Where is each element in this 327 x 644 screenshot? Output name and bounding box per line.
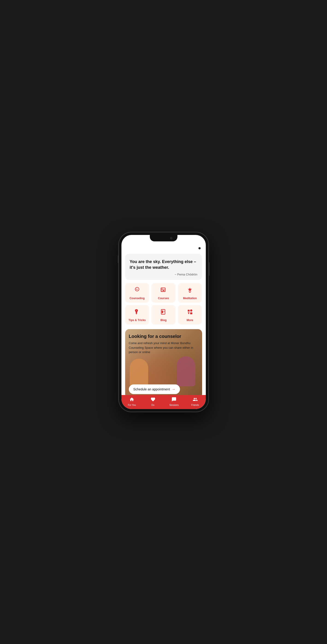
arrow-icon: → [172, 387, 175, 391]
nav-item-sessions[interactable]: Sessions [167, 397, 181, 406]
for-you-label: For You [128, 404, 136, 406]
camera [170, 237, 172, 239]
category-counseling[interactable]: ? Counseling [125, 283, 149, 303]
categories-grid: ? Counseling Courses [125, 283, 202, 324]
category-more[interactable]: More [178, 305, 202, 324]
meditation-icon [187, 287, 193, 295]
more-label: More [187, 318, 193, 322]
blog-icon [160, 309, 167, 317]
banner-content: Looking for a counselor Come and refresh… [125, 329, 202, 395]
banner-description: Come and refresh your mind at Moner Bond… [129, 341, 198, 354]
banner-title: Looking for a counselor [129, 334, 198, 339]
tips-label: Tips & Tricks [129, 318, 146, 322]
category-blog[interactable]: Blog [151, 305, 176, 324]
schedule-button[interactable]: Schedule an appointment → [129, 384, 180, 394]
sessions-label: Sessions [169, 404, 179, 406]
svg-marker-17 [188, 312, 190, 314]
category-meditation[interactable]: Meditation [178, 283, 202, 303]
svg-rect-9 [136, 314, 137, 314]
counseling-label: Counseling [130, 297, 145, 300]
nav-item-do[interactable]: Do [146, 397, 160, 406]
svg-point-16 [190, 310, 192, 312]
header: ● [121, 243, 206, 252]
screen-content[interactable]: ● You are the sky. Everything else – it'… [121, 235, 206, 395]
quote-author: ~ Pema Chödrön [130, 273, 197, 276]
phone-frame: ● You are the sky. Everything else – it'… [119, 232, 209, 412]
friends-label: Friends [191, 404, 199, 406]
phone-screen: ● You are the sky. Everything else – it'… [121, 235, 206, 409]
svg-rect-8 [136, 313, 137, 314]
do-label: Do [151, 404, 154, 406]
bottom-nav: For You Do Sessions [121, 395, 206, 409]
more-icon [187, 309, 193, 317]
counselor-banner: Looking for a counselor Come and refresh… [125, 329, 202, 395]
courses-label: Courses [158, 297, 169, 300]
tips-icon [134, 309, 140, 317]
sessions-icon [171, 397, 177, 403]
blog-label: Blog [160, 318, 167, 322]
category-tips-tricks[interactable]: Tips & Tricks [125, 305, 149, 324]
notch [150, 235, 177, 242]
quote-card: You are the sky. Everything else – it's … [125, 254, 202, 280]
meditation-label: Meditation [183, 297, 197, 300]
courses-icon [160, 287, 167, 295]
svg-rect-12 [162, 311, 163, 314]
counseling-icon: ? [134, 287, 140, 295]
svg-rect-6 [163, 290, 165, 291]
svg-text:?: ? [136, 288, 138, 291]
schedule-button-label: Schedule an appointment [133, 388, 170, 391]
svg-rect-18 [190, 312, 192, 314]
friends-icon [193, 397, 198, 403]
category-courses[interactable]: Courses [151, 283, 176, 303]
profile-icon[interactable]: ● [198, 245, 201, 251]
quote-text: You are the sky. Everything else – it's … [130, 259, 197, 270]
do-icon [150, 397, 156, 403]
nav-item-for-you[interactable]: For You [125, 397, 139, 406]
home-icon [129, 397, 134, 403]
svg-point-10 [136, 310, 137, 311]
svg-rect-15 [188, 310, 190, 312]
nav-item-friends[interactable]: Friends [188, 397, 202, 406]
